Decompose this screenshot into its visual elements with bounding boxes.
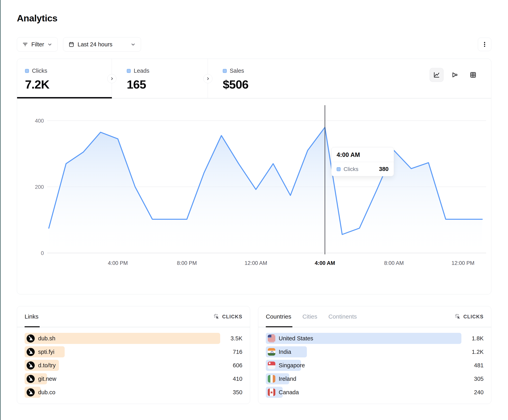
tooltip-legend-square	[337, 167, 341, 171]
row-content: spti.fyi	[27, 346, 54, 357]
geo-panel: Countries Cities Continents CLICKS Unite…	[258, 306, 491, 404]
calendar-icon	[68, 41, 74, 47]
expand-leads-button[interactable]	[107, 74, 116, 83]
row-label: Canada	[279, 389, 299, 396]
row-label: dub.sh	[38, 335, 55, 342]
tab-clicks[interactable]: Clicks 7.2K	[17, 59, 112, 98]
geo-metric-label: CLICKS	[463, 314, 484, 319]
line-chart-icon	[433, 71, 440, 79]
dub-logo-icon	[27, 388, 35, 396]
date-range-button[interactable]: Last 24 hours	[63, 37, 141, 51]
sales-tab-label: Sales	[230, 68, 244, 74]
dub-logo-icon	[27, 348, 35, 356]
page-title: Analytics	[17, 13, 57, 24]
row-value: 1.2K	[472, 346, 484, 357]
svg-text:400: 400	[35, 118, 44, 124]
leads-value: 165	[127, 78, 208, 91]
link-row[interactable]: dub.co350	[25, 387, 242, 398]
table-grid-icon	[470, 71, 477, 79]
funnel-chart-icon	[451, 71, 458, 79]
links-metric-toggle[interactable]: CLICKS	[213, 313, 242, 320]
tooltip-time: 4:00 AM	[331, 147, 394, 162]
svg-text:12:00 AM: 12:00 AM	[245, 260, 267, 266]
row-label: spti.fyi	[38, 349, 54, 355]
geo-panel-header: Countries Cities Continents CLICKS	[258, 306, 491, 327]
analytics-page: Analytics Filter Last 24 hours Clicks	[0, 0, 508, 420]
link-row[interactable]: d.to/try606	[25, 360, 242, 371]
country-row[interactable]: Singapore481	[266, 360, 484, 371]
row-label: India	[279, 349, 291, 355]
sg-flag-icon	[268, 362, 275, 369]
row-content: Canada	[268, 387, 299, 398]
svg-text:8:00 PM: 8:00 PM	[177, 260, 197, 266]
row-label: git.new	[38, 376, 56, 382]
row-value: 1.8K	[472, 333, 484, 344]
chart-view-toggles	[430, 68, 480, 82]
tooltip-value: 380	[379, 166, 388, 172]
row-value: 481	[474, 360, 484, 371]
chevron-down-icon	[47, 42, 52, 47]
more-options-button[interactable]	[478, 38, 491, 51]
country-row[interactable]: Canada240	[266, 387, 484, 398]
row-content: dub.sh	[27, 333, 55, 344]
tab-links[interactable]: Links	[25, 306, 38, 327]
links-list: dub.sh3.5Kspti.fyi716d.to/try606git.new4…	[17, 327, 250, 398]
country-row[interactable]: India1.2K	[266, 346, 484, 357]
active-tab-underline	[17, 97, 112, 98]
bar-track	[266, 346, 461, 357]
expand-sales-button[interactable]	[203, 74, 212, 83]
analytics-card: Clicks 7.2K Leads 165 Sales $506	[17, 59, 491, 294]
us-flag-icon	[268, 335, 275, 342]
link-row[interactable]: spti.fyi716	[25, 346, 242, 357]
dub-logo-icon	[27, 361, 35, 369]
left-accent-strip	[0, 0, 0, 420]
links-panel: Links CLICKS dub.sh3.5Kspti.fyi716d.to/t…	[17, 306, 250, 404]
row-label: d.to/try	[38, 362, 56, 369]
link-row[interactable]: dub.sh3.5K	[25, 333, 242, 344]
tab-cities[interactable]: Cities	[302, 306, 317, 327]
tab-continents[interactable]: Continents	[328, 306, 357, 327]
row-content: Singapore	[268, 360, 305, 371]
country-row[interactable]: Ireland305	[266, 373, 484, 384]
chevron-down-icon	[131, 42, 136, 47]
link-row[interactable]: git.new410	[25, 373, 242, 384]
row-value: 240	[474, 387, 484, 398]
svg-text:8:00 AM: 8:00 AM	[384, 260, 404, 266]
date-range-label: Last 24 hours	[78, 41, 112, 48]
row-content: United States	[268, 333, 313, 344]
countries-list: United States1.8KIndia1.2KSingapore481Ir…	[258, 327, 491, 398]
tab-leads[interactable]: Leads 165	[112, 59, 208, 98]
filter-button-label: Filter	[31, 41, 44, 48]
row-content: git.new	[27, 373, 56, 384]
chart-tooltip: 4:00 AM Clicks 380	[331, 147, 394, 176]
funnel-chart-toggle[interactable]	[448, 68, 462, 82]
clicks-value: 7.2K	[25, 78, 112, 91]
tab-countries[interactable]: Countries	[266, 306, 291, 327]
chevron-right-icon	[206, 76, 210, 81]
row-value: 305	[474, 373, 484, 384]
kebab-menu-icon	[481, 41, 488, 48]
clicks-area-chart[interactable]: 02004004:00 PM8:00 PM12:00 AM4:00 AM8:00…	[17, 98, 491, 294]
row-value: 410	[233, 373, 242, 384]
country-row[interactable]: United States1.8K	[266, 333, 484, 344]
in-flag-icon	[268, 348, 275, 356]
geo-metric-toggle[interactable]: CLICKS	[455, 313, 484, 320]
filter-button[interactable]: Filter	[17, 37, 58, 51]
row-value: 350	[233, 387, 242, 398]
links-panel-header: Links CLICKS	[17, 306, 250, 327]
line-chart-toggle[interactable]	[430, 68, 444, 82]
sales-legend-square	[223, 69, 227, 73]
row-content: dub.co	[27, 387, 55, 398]
row-label: Singapore	[279, 362, 305, 369]
table-view-toggle[interactable]	[466, 68, 480, 82]
cursor-click-icon	[455, 313, 461, 320]
svg-text:4:00 AM: 4:00 AM	[315, 260, 335, 266]
chevron-right-icon	[110, 76, 114, 81]
links-metric-label: CLICKS	[222, 314, 242, 319]
clicks-legend-square	[25, 69, 29, 73]
row-label: dub.co	[38, 389, 55, 396]
ca-flag-icon	[268, 389, 275, 396]
cursor-click-icon	[213, 313, 220, 320]
leads-legend-square	[127, 69, 131, 73]
row-value: 606	[233, 360, 242, 371]
